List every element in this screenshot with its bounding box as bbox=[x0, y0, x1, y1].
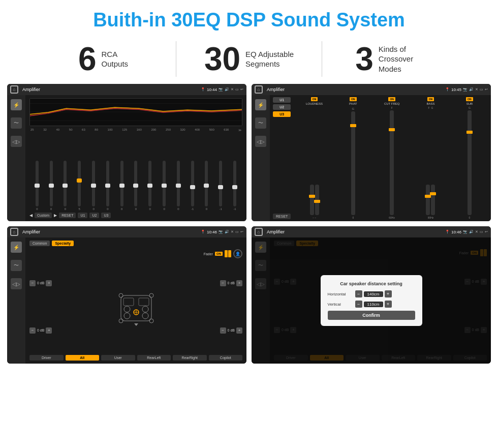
phat-slider[interactable] bbox=[351, 111, 355, 215]
sidebar-wave-icon-3[interactable]: 〜 bbox=[11, 260, 22, 271]
vertical-plus[interactable]: + bbox=[385, 301, 392, 308]
loudness-on[interactable]: ON bbox=[311, 97, 318, 101]
status-time-1: 10:44 bbox=[207, 87, 217, 92]
stat-crossover: 3 Kinds ofCrossover Modes bbox=[322, 43, 468, 75]
eq-slider-12: 0 bbox=[200, 161, 213, 211]
home-icon-2[interactable] bbox=[255, 85, 263, 94]
sub-slider[interactable] bbox=[468, 110, 472, 215]
loudness-slider-2[interactable] bbox=[315, 185, 319, 215]
eq-slider-5: 0 bbox=[101, 161, 114, 211]
reset-button[interactable]: RESET bbox=[59, 213, 76, 218]
sidebar-wave-icon[interactable]: 〜 bbox=[11, 117, 22, 129]
eq-slider-14: -1 bbox=[228, 161, 241, 211]
svg-point-8 bbox=[142, 306, 148, 312]
svg-marker-18 bbox=[134, 323, 138, 326]
screen-dialog: Amplifier 📍 10:46 📷🔊✕▭↩ ⚡ 〜 ◁▷ Common Sp… bbox=[252, 226, 491, 364]
home-icon-1[interactable] bbox=[10, 85, 18, 94]
status-icons-1: 📍 10:44 📷🔊✕▭↩ bbox=[201, 87, 243, 92]
sidebar-eq-icon[interactable]: ⚡ bbox=[11, 99, 22, 110]
fl-plus[interactable]: + bbox=[46, 280, 52, 286]
vertical-minus[interactable]: − bbox=[355, 301, 362, 308]
bass-slider-g[interactable] bbox=[431, 185, 435, 215]
rr-minus[interactable]: − bbox=[220, 327, 226, 334]
eq-sliders: 0 0 0 5 0 bbox=[29, 135, 242, 211]
eq-main: 253240506380100125160200250320400500630≫… bbox=[25, 95, 246, 221]
bass-label: BASS bbox=[426, 102, 434, 105]
horizontal-control: − 140cm + bbox=[355, 290, 392, 297]
sidebar-speaker-icon-2[interactable]: ◁▷ bbox=[255, 136, 266, 147]
eq-freq-labels: 253240506380100125160200250320400500630≫ bbox=[29, 128, 242, 132]
stat-crossover-label: Kinds ofCrossover Modes bbox=[379, 44, 434, 74]
screen-title-1: Amplifier bbox=[22, 87, 199, 92]
vertical-label: Vertical bbox=[328, 302, 353, 307]
sidebar-speaker-icon-3[interactable]: ◁▷ bbox=[11, 278, 22, 289]
next-button[interactable]: ▶ bbox=[54, 213, 57, 218]
home-icon-3[interactable] bbox=[10, 228, 18, 236]
stat-rca-number: 6 bbox=[78, 43, 97, 75]
sidebar-speaker-icon[interactable]: ◁▷ bbox=[11, 136, 22, 147]
sidebar-eq-icon-3[interactable]: ⚡ bbox=[11, 242, 22, 253]
u2-button[interactable]: U2 bbox=[89, 213, 99, 218]
eq-graph bbox=[29, 98, 242, 126]
screen-title-3: Amplifier bbox=[22, 229, 199, 234]
status-time-4: 10:46 bbox=[451, 230, 461, 234]
vertical-value: 110cm bbox=[364, 302, 383, 307]
u3-button[interactable]: U3 bbox=[101, 213, 111, 218]
preset-u1[interactable]: U1 bbox=[273, 97, 291, 103]
screen-title-2: Amplifier bbox=[267, 87, 443, 92]
status-icons-4: 📍 10:46 📷🔊✕▭↩ bbox=[445, 230, 488, 234]
confirm-button[interactable]: Confirm bbox=[328, 311, 415, 320]
phat-on[interactable]: ON bbox=[350, 97, 357, 101]
stat-eq: 30 EQ AdjustableSegments bbox=[176, 43, 322, 75]
all-btn[interactable]: All bbox=[66, 355, 100, 361]
sidebar-eq-icon-2[interactable]: ⚡ bbox=[255, 99, 266, 110]
fader-db-rr: − 0 dB + bbox=[220, 327, 242, 334]
rearright-btn[interactable]: RearRight bbox=[173, 355, 207, 361]
rl-minus[interactable]: − bbox=[29, 327, 36, 334]
screen-content-2: ⚡ 〜 ◁▷ U1 U2 U3 RESET ON L bbox=[252, 95, 491, 221]
loudness-label: LOUDNESS bbox=[306, 102, 323, 105]
rearleft-btn[interactable]: RearLeft bbox=[137, 355, 171, 361]
phat-label: PHAT bbox=[349, 102, 357, 105]
fader-db-rl: − 0 dB + bbox=[29, 327, 52, 334]
amp-sub: ON SUB G 0 bbox=[451, 97, 488, 219]
sidebar-wave-icon-2[interactable]: 〜 bbox=[255, 117, 266, 129]
bass-slider-f[interactable] bbox=[426, 185, 430, 215]
preset-u3[interactable]: U3 bbox=[273, 111, 291, 117]
fr-plus[interactable]: + bbox=[236, 280, 242, 286]
preset-u2[interactable]: U2 bbox=[273, 104, 291, 110]
dialog-overlay: Car speaker distance setting Horizontal … bbox=[252, 237, 491, 364]
fader-on-toggle[interactable]: ON bbox=[215, 252, 223, 256]
tab-common[interactable]: Common bbox=[29, 241, 50, 246]
status-time-2: 10:45 bbox=[451, 87, 461, 92]
fr-minus[interactable]: − bbox=[220, 280, 226, 286]
cutfreq-label: CUT FREQ bbox=[384, 102, 400, 105]
amp-cutfreq: ON CUT FREQ F 60Hz bbox=[374, 97, 410, 219]
horizontal-row: Horizontal − 140cm + bbox=[328, 290, 415, 297]
eq-slider-9: 0 bbox=[158, 161, 171, 211]
horizontal-plus[interactable]: + bbox=[385, 290, 392, 297]
sub-on[interactable]: ON bbox=[466, 97, 473, 101]
status-bar-1: Amplifier 📍 10:44 📷🔊✕▭↩ bbox=[7, 84, 246, 95]
amp-reset-btn[interactable]: RESET bbox=[273, 214, 291, 219]
user-btn[interactable]: User bbox=[101, 355, 135, 361]
loudness-slider[interactable] bbox=[310, 185, 314, 215]
cutfreq-on[interactable]: ON bbox=[388, 97, 395, 101]
fader-label: Fader bbox=[204, 252, 213, 256]
rl-plus[interactable]: + bbox=[46, 327, 52, 334]
prev-button[interactable]: ◀ bbox=[29, 213, 33, 218]
u1-button[interactable]: U1 bbox=[78, 213, 87, 218]
rr-plus[interactable]: + bbox=[236, 327, 242, 334]
copilot-btn[interactable]: Copilot bbox=[209, 355, 243, 361]
tab-specialty[interactable]: Specialty bbox=[52, 241, 74, 246]
eq-slider-6: 0 bbox=[115, 161, 129, 211]
cutfreq-slider[interactable] bbox=[390, 110, 394, 215]
stats-row: 6 RCAOutputs 30 EQ AdjustableSegments 3 … bbox=[0, 36, 498, 84]
horizontal-minus[interactable]: − bbox=[355, 290, 362, 297]
fl-minus[interactable]: − bbox=[29, 280, 36, 286]
bass-on[interactable]: ON bbox=[427, 97, 434, 101]
screen-content-1: ⚡ 〜 ◁▷ bbox=[7, 95, 246, 221]
home-icon-4[interactable] bbox=[255, 228, 263, 236]
eq-slider-8: 0 bbox=[143, 161, 157, 211]
driver-btn[interactable]: Driver bbox=[29, 355, 64, 361]
